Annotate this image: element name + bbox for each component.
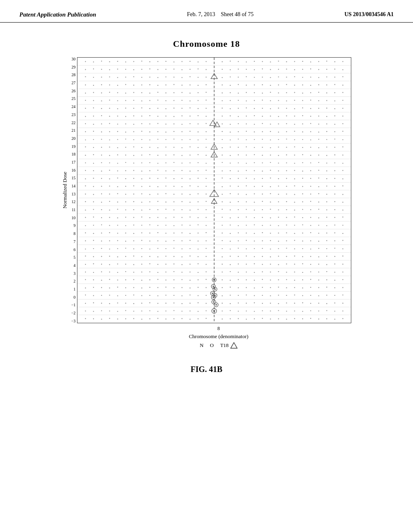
svg-point-261 xyxy=(101,115,102,116)
svg-point-848 xyxy=(142,256,142,257)
y-tick: −2 xyxy=(71,311,76,315)
svg-point-695 xyxy=(198,217,198,218)
svg-point-548 xyxy=(326,178,327,179)
svg-point-879 xyxy=(133,264,134,265)
svg-point-1100 xyxy=(230,310,231,311)
y-tick: 3 xyxy=(73,272,75,276)
svg-point-74 xyxy=(150,69,150,69)
svg-point-485 xyxy=(334,162,335,163)
svg-point-496 xyxy=(158,170,159,170)
svg-point-901 xyxy=(318,264,319,264)
svg-point-649 xyxy=(85,210,86,210)
svg-point-862 xyxy=(262,256,263,257)
x-tick-label: 8 xyxy=(217,326,220,332)
svg-point-782 xyxy=(125,241,126,241)
svg-point-800 xyxy=(278,241,279,241)
svg-point-193 xyxy=(334,92,335,93)
svg-point-284 xyxy=(294,116,295,116)
svg-point-152 xyxy=(262,84,263,85)
svg-point-998 xyxy=(278,287,279,287)
svg-point-195 xyxy=(85,100,86,101)
svg-point-482 xyxy=(310,162,311,163)
svg-point-674 xyxy=(294,210,295,210)
svg-point-301 xyxy=(165,124,166,125)
svg-point-1130 xyxy=(206,318,206,319)
svg-point-443 xyxy=(254,154,255,155)
svg-point-1039 xyxy=(302,295,303,296)
svg-point-155 xyxy=(286,84,287,85)
svg-point-206 xyxy=(173,100,174,101)
svg-point-158 xyxy=(310,85,311,85)
svg-point-737 xyxy=(286,224,287,225)
svg-point-503 xyxy=(222,170,223,171)
svg-point-88 xyxy=(270,69,271,70)
svg-point-1043 xyxy=(334,295,335,296)
svg-point-927 xyxy=(270,272,271,272)
svg-point-318 xyxy=(294,124,295,125)
svg-point-752 xyxy=(142,232,142,233)
svg-point-764 xyxy=(246,233,247,233)
svg-point-722 xyxy=(158,225,159,226)
svg-point-1120 xyxy=(125,318,126,319)
svg-point-149 xyxy=(238,84,239,85)
svg-point-655 xyxy=(133,209,134,210)
svg-point-505 xyxy=(238,170,239,171)
svg-marker-1147 xyxy=(231,343,237,348)
svg-point-240 xyxy=(190,108,190,108)
svg-point-162 xyxy=(342,85,343,85)
svg-point-659 xyxy=(165,209,166,210)
svg-point-182 xyxy=(246,92,247,93)
svg-point-374 xyxy=(230,139,231,140)
svg-point-217 xyxy=(270,100,271,101)
svg-point-1119 xyxy=(117,318,118,319)
svg-point-984 xyxy=(190,287,190,288)
svg-point-760 xyxy=(206,232,206,233)
svg-point-337 xyxy=(181,131,182,132)
svg-point-282 xyxy=(278,116,279,117)
svg-point-133 xyxy=(101,84,102,85)
svg-point-772 xyxy=(310,232,311,233)
svg-point-808 xyxy=(342,240,343,241)
svg-point-836 xyxy=(310,249,311,249)
svg-point-514 xyxy=(310,170,311,171)
header-center: Feb. 7, 2013 Sheet 48 of 75 xyxy=(187,11,253,18)
svg-point-181 xyxy=(238,93,239,94)
svg-point-951 xyxy=(198,279,198,280)
svg-point-60 xyxy=(302,61,303,62)
svg-point-1049 xyxy=(117,303,118,303)
svg-point-43 xyxy=(158,61,159,62)
svg-point-286 xyxy=(310,116,311,116)
svg-point-164 xyxy=(93,92,94,93)
svg-point-331 xyxy=(133,131,134,132)
y-tick: −3 xyxy=(71,319,76,323)
svg-point-679 xyxy=(334,209,335,210)
svg-point-1057 xyxy=(181,303,182,304)
svg-point-510 xyxy=(278,170,279,171)
svg-point-146 xyxy=(206,84,206,85)
svg-point-128 xyxy=(326,77,327,77)
svg-point-896 xyxy=(278,264,279,265)
svg-point-658 xyxy=(158,209,159,210)
svg-point-536 xyxy=(230,178,231,179)
svg-point-698 xyxy=(230,217,231,218)
svg-point-1066 xyxy=(230,303,231,304)
svg-point-902 xyxy=(326,264,327,265)
svg-point-1127 xyxy=(181,318,182,319)
svg-point-961 xyxy=(270,280,271,281)
y-tick: 1 xyxy=(73,287,75,291)
svg-point-1010 xyxy=(109,295,110,295)
svg-point-1047 xyxy=(101,303,102,303)
svg-point-365 xyxy=(150,139,150,140)
svg-point-1042 xyxy=(326,295,327,295)
svg-point-884 xyxy=(173,264,174,264)
svg-point-972 xyxy=(93,287,94,288)
svg-point-49 xyxy=(206,61,206,62)
svg-point-654 xyxy=(125,209,126,210)
svg-point-558 xyxy=(142,186,142,187)
svg-point-276 xyxy=(230,115,231,116)
y-tick: 22 xyxy=(71,121,75,125)
y-tick: 18 xyxy=(71,152,75,156)
svg-point-598 xyxy=(206,193,206,194)
svg-point-1072 xyxy=(278,303,279,304)
svg-point-92 xyxy=(302,69,303,70)
